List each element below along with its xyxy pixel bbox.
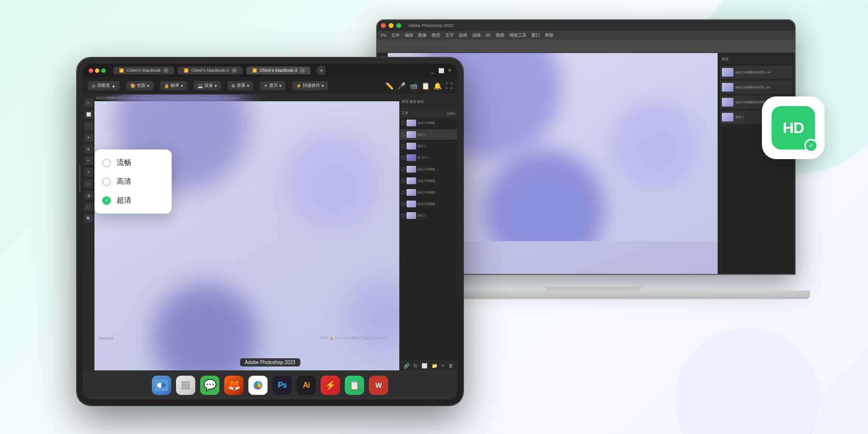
laptop-fullscreen-dot[interactable] [396, 23, 401, 28]
ipad-layer-folder-btn[interactable]: 📁 [432, 363, 437, 368]
laptop-menu-plugin[interactable]: 增效工具 [509, 32, 527, 39]
ipad-layer-item-7[interactable]: 贴花几何朦胧... [400, 187, 457, 198]
laptop-menu-3d[interactable]: 3D [486, 33, 491, 38]
ipad-layer-eye-7[interactable] [401, 190, 405, 194]
ipad-layer-fx-btn[interactable]: fx [414, 363, 418, 368]
ipad-minimize-btn[interactable] [95, 68, 99, 73]
ipad-bell-icon[interactable]: 🔔 [434, 82, 442, 90]
ipad-blend-mode[interactable]: 正常 [402, 111, 408, 116]
ipad-tab-1-close[interactable]: × [163, 68, 168, 73]
ipad-tab-3-close[interactable]: × [300, 68, 305, 73]
ipad-opacity[interactable]: 100% [447, 112, 455, 115]
ipad-layer-eye-8[interactable] [401, 202, 405, 206]
quality-option-ultra[interactable]: ✓ 超清 [95, 191, 172, 210]
laptop-menu-help[interactable]: 帮助 [545, 32, 554, 39]
ipad-tab-1[interactable]: 📶 Chinn's MacBook × [113, 67, 174, 74]
dock-icon-fantastical[interactable]: ⚡ [321, 376, 340, 395]
ipad-minimize-icon[interactable]: ⎯ [431, 67, 434, 74]
dock-icon-launchpad[interactable] [176, 376, 195, 395]
ipad-tool-text[interactable]: T [84, 168, 93, 176]
ipad-layer-eye-9[interactable] [401, 214, 405, 217]
ipad-layer-eye-2[interactable] [401, 133, 405, 136]
dock-icon-clipboard[interactable]: 📋 [345, 376, 364, 395]
laptop-menu-window[interactable]: 窗口 [531, 32, 540, 39]
ipad-tool-brush[interactable]: ✏ [84, 156, 93, 165]
ipad-clipboard-icon[interactable]: 📋 [421, 82, 430, 90]
ipad-clarity-btn[interactable]: ◎ 清晰度 ▲ [88, 81, 120, 90]
ipad-device-btn[interactable]: 💻 设备 ▾ [194, 81, 221, 90]
ipad-layer-item-2[interactable]: 图层 1 [400, 129, 457, 140]
ipad-layer-item-4[interactable]: 组 平平 1 [400, 152, 457, 163]
ipad-layer-eye-1[interactable] [401, 121, 405, 125]
ipad-layer-eye-3[interactable] [401, 144, 405, 148]
quality-radio-ultra: ✓ [102, 196, 111, 205]
ipad-layer-item-1[interactable]: 贴花几何朦胧... [400, 118, 457, 128]
ipad-tool-magic[interactable]: ✦ [84, 133, 93, 142]
laptop-menu-filter[interactable]: 滤镜 [472, 32, 481, 39]
ipad-layer-eye-5[interactable] [401, 167, 405, 171]
quality-option-hd[interactable]: 高清 [95, 172, 172, 191]
ipad-layer-item-9[interactable]: 图层 1 [400, 210, 457, 221]
ipad-layer-item-8[interactable]: 贴花几何朦胧... [400, 199, 457, 209]
laptop-menu-ps[interactable]: Ps [381, 33, 386, 38]
ipad-add-tab-btn[interactable]: + [316, 66, 326, 75]
ipad-display-btn[interactable]: ☀ 显示 ▾ [260, 81, 285, 90]
ipad-color-icon: 🎨 [130, 83, 136, 88]
ipad-tool-zoom[interactable]: 🔍 [84, 214, 93, 223]
ipad-tab-2[interactable]: 📶 Chinn's MacBook-2 × [178, 67, 243, 74]
laptop-menu-image[interactable]: 图像 [418, 32, 427, 39]
dock-icon-photoshop[interactable]: Ps [272, 376, 292, 395]
ipad-tool-move[interactable]: ↖ [84, 98, 93, 107]
dock-icon-wechat[interactable]: 💬 [200, 376, 219, 395]
ipad-layer-eye-6[interactable] [401, 179, 405, 183]
ipad-tool-select[interactable]: ⬜ [84, 110, 93, 119]
ipad-window-controls [89, 68, 106, 73]
ipad-layer-eye-4[interactable] [401, 156, 405, 160]
ipad-layer-item-3[interactable]: 图层 2 [400, 141, 457, 151]
ipad-video-icon[interactable]: 📹 [409, 82, 418, 90]
ipad-layer-item-5[interactable]: 贴花几何朦胧... [400, 164, 457, 175]
ipad-tool-paint[interactable]: ⬡ [84, 203, 93, 211]
ipad-screen-btn[interactable]: ⊞ 屏幕 ▾ [228, 81, 253, 90]
dock-icon-finder[interactable] [152, 376, 171, 395]
laptop-menu-layer[interactable]: 图层 [432, 32, 440, 39]
ipad-tool-shape[interactable]: ▭ [84, 179, 93, 188]
ipad-canvas[interactable]: 贴花几何朦胧纸张背景_ambient_occlusion_6 @ 100% (贴… [95, 95, 457, 370]
ipad-layer-mask-btn[interactable]: ⬜ [421, 363, 427, 368]
dock-icon-wps[interactable]: W [369, 376, 388, 395]
ipad-tool-lasso[interactable]: ⌒ [84, 122, 93, 130]
ipad-color-btn[interactable]: 🎨 色彩 ▾ [126, 81, 153, 90]
ipad-tool-crop[interactable]: ⊕ [84, 145, 93, 153]
ipad-close-btn[interactable] [89, 68, 93, 73]
laptop-menu-edit[interactable]: 编辑 [405, 32, 413, 39]
laptop-menu-view[interactable]: 视图 [496, 32, 504, 39]
laptop-close-dot[interactable] [381, 23, 386, 28]
dock-icon-chrome[interactable] [248, 376, 268, 395]
laptop-menu-text[interactable]: 文字 [445, 32, 454, 39]
ipad-layer-add-btn[interactable]: + [441, 363, 444, 368]
laptop-layer-1[interactable]: 贴花几何朦胧纸张背景_im8 [720, 66, 793, 79]
ipad-stylus-icon[interactable]: ✏️ [385, 82, 393, 90]
ipad-fps-btn[interactable]: 🔒 帧率 ▾ [160, 81, 187, 90]
laptop-menu-file[interactable]: 文件 [391, 32, 400, 39]
ipad-tool-gradient[interactable]: ◑ [84, 191, 93, 200]
quality-option-smooth[interactable]: 流畅 [95, 153, 172, 172]
ipad-shortcuts-btn[interactable]: ⚡ 快捷操作 ▾ [292, 81, 328, 90]
ipad-tab-3[interactable]: 📶 Chinn's MacBook-3 × [246, 67, 311, 74]
ipad-layer-link-btn[interactable]: 🔗 [404, 363, 409, 368]
ipad-close-icon[interactable]: × [448, 67, 451, 74]
ipad-fullscreen-icon[interactable]: ⛶ [446, 82, 452, 90]
dock-icon-illustrator[interactable]: Ai [297, 376, 316, 395]
laptop-layer-2[interactable]: 贴花几何朦胧纸张背景_im4 [720, 81, 793, 94]
laptop-minimize-dot[interactable] [389, 23, 393, 28]
ipad-maximize-btn[interactable] [101, 68, 106, 73]
ipad-layer-delete-btn[interactable]: 🗑 [448, 363, 453, 368]
ipad-tab-2-close[interactable]: × [232, 68, 237, 73]
hd-app-icon[interactable]: HD ✓ [762, 96, 825, 159]
dock-icon-firefox[interactable]: 🦊 [224, 376, 244, 395]
ipad-audio-icon[interactable]: 🎤 [397, 82, 406, 90]
kaydock-label: kaydock [99, 336, 113, 340]
ipad-restore-icon[interactable]: ⬜ [438, 68, 444, 73]
laptop-menu-select[interactable]: 选择 [459, 32, 467, 39]
ipad-layer-item-6[interactable]: 贴花几何朦胧... [400, 176, 457, 186]
